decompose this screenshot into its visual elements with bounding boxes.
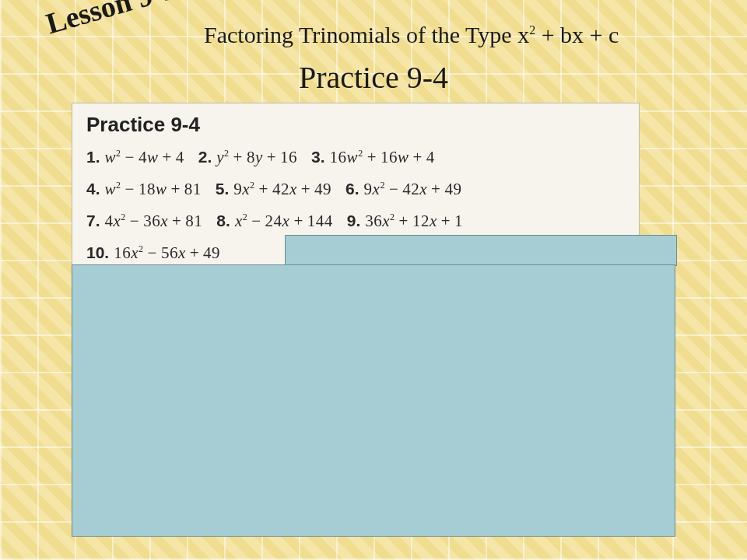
- problem-expression: 4x2−36x+81: [105, 206, 203, 237]
- panel-heading: Practice 9-4: [86, 113, 625, 137]
- problem-10: 10. 16x2−56x+49: [86, 237, 220, 269]
- problem-row: 7. 4x2−36x+81 8. x2−24x+144 9. 36x2+12x+…: [86, 205, 625, 237]
- problem-expression: y2+8y+16: [216, 142, 297, 173]
- practice-title: Practice 9-4: [0, 59, 747, 96]
- problem-number: 8.: [216, 205, 230, 236]
- lesson-title-prefix: Factoring Trinomials of the Type x: [204, 22, 529, 47]
- lesson-title-suffix: + bx + c: [535, 22, 619, 47]
- problem-5: 5. 9x2+42x+49: [216, 173, 331, 205]
- problem-3: 3. 16w2+16w+4: [311, 142, 435, 173]
- problem-expression: x2−24x+144: [235, 206, 333, 237]
- problem-expression: w2−18w+81: [105, 174, 202, 205]
- lesson-title-sup: 2: [529, 23, 535, 37]
- cover-rectangle-lower: [72, 264, 675, 537]
- problem-row: 10. 16x2−56x+49: [86, 237, 625, 269]
- problem-4: 4. w2−18w+81: [86, 173, 202, 205]
- worksheet-panel: Practice 9-4 1. w2−4w+4 2. y2+8y+16 3. 1…: [72, 103, 640, 278]
- problem-7: 7. 4x2−36x+81: [86, 205, 202, 237]
- problem-number: 4.: [86, 173, 100, 205]
- slide-stage: Lesson 9-5 Factoring Trinomials of the T…: [0, 0, 747, 560]
- problem-number: 10.: [86, 237, 109, 268]
- problem-expression: 16x2−56x+49: [114, 238, 220, 269]
- problem-row: 1. w2−4w+4 2. y2+8y+16 3. 16w2+16w+4: [86, 142, 625, 173]
- problem-expression: 9x2−42x+49: [364, 174, 462, 205]
- problem-number: 7.: [86, 205, 100, 236]
- lesson-title: Factoring Trinomials of the Type x2 + bx…: [204, 22, 619, 48]
- problem-expression: 9x2+42x+49: [233, 174, 331, 205]
- lesson-label: Lesson 9-5: [42, 0, 181, 40]
- problem-1: 1. w2−4w+4: [86, 142, 184, 173]
- problem-2: 2. y2+8y+16: [198, 142, 297, 173]
- problem-row: 4. w2−18w+81 5. 9x2+42x+49 6. 9x2−42x+49: [86, 173, 625, 205]
- problem-expression: 36x2+12x+1: [365, 206, 463, 237]
- problem-number: 9.: [347, 205, 361, 236]
- problem-expression: w2−4w+4: [105, 142, 184, 173]
- problem-number: 5.: [216, 173, 230, 205]
- problem-number: 6.: [345, 173, 359, 205]
- problem-9: 9. 36x2+12x+1: [347, 205, 463, 237]
- problem-8: 8. x2−24x+144: [216, 205, 332, 237]
- problem-number: 2.: [198, 142, 212, 173]
- problem-number: 1.: [86, 142, 100, 173]
- problem-expression: 16w2+16w+4: [330, 142, 435, 173]
- problem-number: 3.: [311, 142, 325, 173]
- problem-6: 6. 9x2−42x+49: [345, 173, 461, 205]
